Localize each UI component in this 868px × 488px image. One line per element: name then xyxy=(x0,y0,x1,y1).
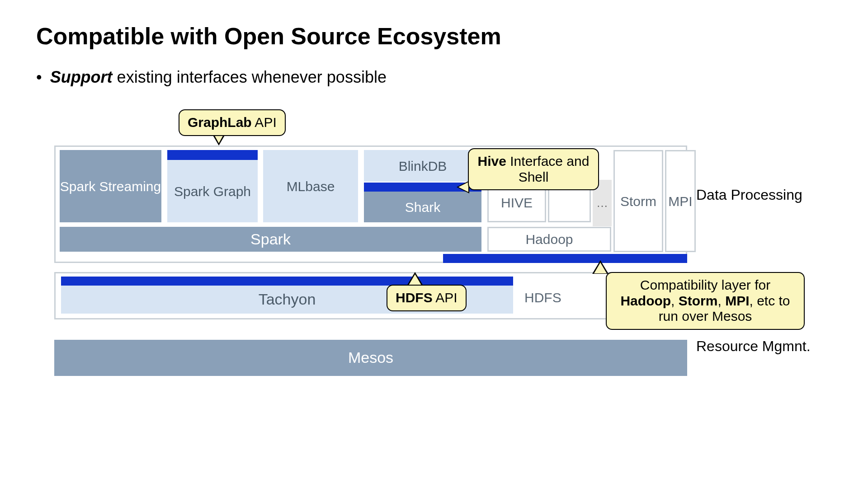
block-mlbase: MLbase xyxy=(263,150,358,222)
bar-graphlab-api xyxy=(167,150,258,160)
callout-compat: Compatibility layer for Hadoop, Storm, M… xyxy=(606,272,805,330)
block-spark: Spark xyxy=(60,227,481,252)
block-blinkdb: BlinkDB xyxy=(364,150,481,182)
bar-compat-layer xyxy=(443,254,687,263)
label-data-processing: Data Processing xyxy=(696,186,814,203)
slide-title: Compatible with Open Source Ecosystem xyxy=(36,23,832,50)
callout-graphlab: GraphLab API xyxy=(179,109,286,136)
block-mpi: MPI xyxy=(665,150,696,252)
block-hadoop: Hadoop xyxy=(487,227,611,252)
diagram-stage: Spark Streaming Spark Graph MLbase Blink… xyxy=(45,105,823,412)
block-spark-graph: Spark Graph xyxy=(167,160,258,222)
bar-hdfs-api xyxy=(61,277,513,286)
callout-compat-tail xyxy=(592,260,609,274)
callout-hdfs-tail xyxy=(407,272,423,286)
bullet-line: • Support existing interfaces whenever p… xyxy=(36,68,832,87)
callout-hive: Hive Interface and Shell xyxy=(468,148,599,190)
bullet-dot: • xyxy=(36,68,42,86)
block-spark-streaming: Spark Streaming xyxy=(60,150,161,222)
block-hdfs-label: HDFS xyxy=(524,290,561,305)
block-storm: Storm xyxy=(613,150,663,252)
bullet-emph: Support xyxy=(50,68,113,86)
callout-hive-tail xyxy=(457,181,469,193)
bullet-rest: existing interfaces whenever possible xyxy=(113,68,387,86)
block-shark: Shark xyxy=(364,192,481,222)
block-mesos: Mesos xyxy=(54,340,687,376)
callout-hdfs: HDFS API xyxy=(387,285,467,311)
callout-graphlab-tail xyxy=(212,135,225,145)
label-resource-mgmt: Resource Mgmnt. xyxy=(696,338,814,355)
